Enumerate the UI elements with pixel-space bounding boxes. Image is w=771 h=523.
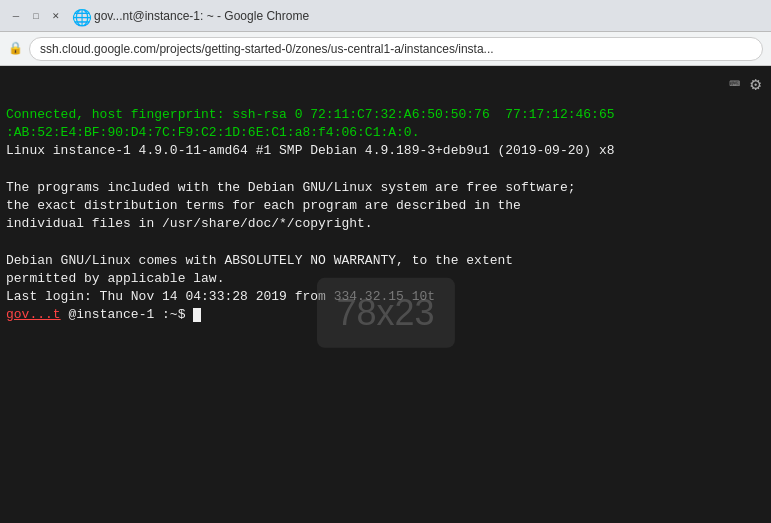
terminal-prompt-line: gov...t @instance-1 :~$ [6,306,765,324]
terminal-line-9: Debian GNU/Linux comes with ABSOLUTELY N… [6,252,765,270]
prompt-user: gov...t [6,307,61,322]
url-text: ssh.cloud.google.com/projects/getting-st… [40,42,494,56]
lock-icon: 🔒 [8,41,23,56]
terminal-line-2: :AB:52:E4:BF:90:D4:7C:F9:C2:1D:6E:C1:a8:… [6,124,765,142]
terminal[interactable]: Connected, host fingerprint: ssh-rsa 0 7… [0,102,771,523]
terminal-line-3: Linux instance-1 4.9.0-11-amd64 #1 SMP D… [6,142,765,160]
minimize-button[interactable]: ─ [8,8,24,24]
terminal-line-11: Last login: Thu Nov 14 04:33:28 2019 fro… [6,288,765,306]
terminal-line-10: permitted by applicable law. [6,270,765,288]
address-bar[interactable]: ssh.cloud.google.com/projects/getting-st… [29,37,763,61]
favicon: 🌐 [72,8,88,24]
terminal-line-6: the exact distribution terms for each pr… [6,197,765,215]
terminal-line-4 [6,161,765,179]
terminal-cursor [193,308,201,322]
window-controls[interactable]: ─ □ ✕ [8,8,64,24]
title-bar: ─ □ ✕ 🌐 gov...nt@instance-1: ~ - Google … [0,0,771,32]
prompt-path: :~$ [162,307,193,322]
close-button[interactable]: ✕ [48,8,64,24]
terminal-line-1: Connected, host fingerprint: ssh-rsa 0 7… [6,106,765,124]
terminal-line-8 [6,233,765,251]
maximize-button[interactable]: □ [28,8,44,24]
keyboard-icon[interactable]: ⌨ [729,73,740,95]
toolbar-row: ⌨ ⚙ [0,66,771,102]
terminal-line-7: individual files in /usr/share/doc/*/cop… [6,215,765,233]
address-bar-row: 🔒 ssh.cloud.google.com/projects/getting-… [0,32,771,66]
prompt-host: @instance-1 [68,307,154,322]
window-title: gov...nt@instance-1: ~ - Google Chrome [94,9,309,23]
gear-icon[interactable]: ⚙ [750,73,761,95]
terminal-line-5: The programs included with the Debian GN… [6,179,765,197]
